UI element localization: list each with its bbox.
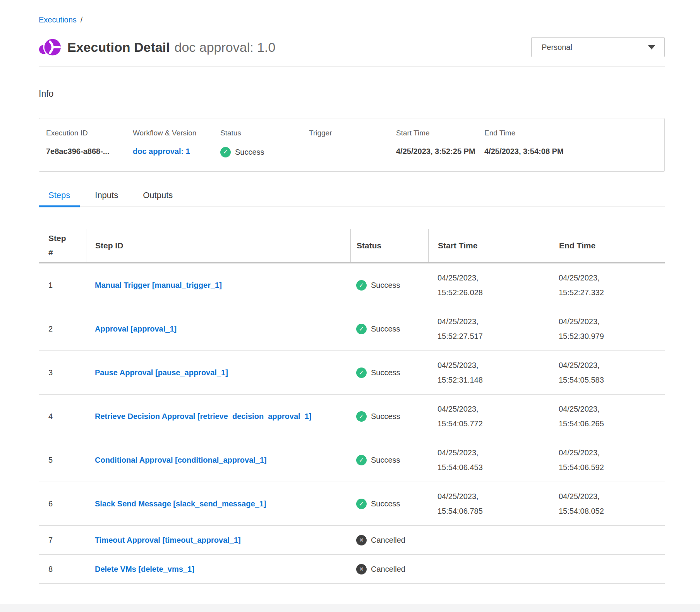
info-field-execution-id: Execution ID 7e8ac396-a868-... [46, 129, 133, 160]
status-label: Cancelled [371, 565, 405, 574]
status-badge: Success [356, 280, 400, 291]
page-bottom-strip [0, 604, 700, 612]
status-badge: Success [356, 455, 400, 465]
column-header-step-number: Step # [39, 229, 86, 262]
status-label: Success [235, 144, 264, 160]
end-time-cell [548, 537, 665, 544]
title-group: Execution Detaildoc approval: 1.0 [39, 36, 275, 58]
step-number: 1 [39, 281, 86, 290]
steps-table: Step # Step ID Status Start Time End Tim… [39, 229, 665, 584]
step-id-link[interactable]: Delete VMs [delete_vms_1] [95, 562, 194, 576]
end-time-text: 04/25/2023, 15:54:06.265 [559, 402, 628, 431]
info-label: Execution ID [46, 129, 133, 137]
end-time-cell: 04/25/2023, 15:54:06.592 [548, 445, 665, 475]
start-time-cell: 04/25/2023, 15:52:31.148 [428, 358, 548, 387]
step-id-cell: Delete VMs [delete_vms_1] [86, 562, 350, 576]
end-time-text: 04/25/2023, 15:52:27.332 [559, 270, 628, 300]
check-circle-icon [356, 324, 367, 334]
title-row: Execution Detaildoc approval: 1.0 Person… [39, 36, 665, 58]
status-cell: Success [350, 499, 428, 509]
info-card: Execution ID 7e8ac396-a868-... Workflow … [39, 118, 665, 172]
status-label: Success [371, 368, 400, 377]
step-id-link[interactable]: Pause Approval [pause_approval_1] [95, 365, 228, 380]
end-time-text: 04/25/2023, 15:54:06.592 [559, 445, 628, 475]
start-time-text: 04/25/2023, 15:54:05.772 [438, 402, 507, 431]
check-circle-icon [356, 368, 367, 378]
start-time-cell [428, 566, 548, 573]
step-id-cell: Conditional Approval [conditional_approv… [86, 453, 350, 467]
info-section-title: Info [39, 89, 665, 99]
start-time-value: 4/25/2023, 3:52:25 PM [396, 144, 475, 159]
execution-detail-page: Executions / Execution Detaildoc approva… [0, 0, 700, 584]
step-id-link[interactable]: Conditional Approval [conditional_approv… [95, 453, 267, 467]
table-row: 6 Slack Send Message [slack_send_message… [39, 482, 665, 526]
start-time-cell: 04/25/2023, 15:52:26.028 [428, 270, 548, 300]
step-number: 6 [39, 499, 86, 508]
x-circle-icon [356, 564, 367, 574]
tab-inputs[interactable]: Inputs [85, 190, 128, 207]
table-header-row: Step # Step ID Status Start Time End Tim… [39, 229, 665, 263]
status-cell: Success [350, 411, 428, 422]
tab-outputs[interactable]: Outputs [133, 190, 182, 207]
end-time-text: 04/25/2023, 15:54:05.583 [559, 358, 628, 387]
info-field-workflow-version: Workflow & Version doc approval: 1 [133, 129, 220, 160]
step-number: 5 [39, 456, 86, 465]
table-row: 2 Approval [approval_1] Success 04/25/20… [39, 307, 665, 351]
step-id-link[interactable]: Manual Trigger [manual_trigger_1] [95, 278, 222, 292]
tab-steps[interactable]: Steps [39, 190, 80, 207]
status-badge: Success [356, 499, 400, 509]
status-badge: Success [220, 144, 264, 160]
workflow-brand-icon [39, 36, 61, 58]
check-circle-icon [356, 411, 367, 422]
info-label: Trigger [309, 129, 396, 137]
check-circle-icon [356, 280, 367, 291]
start-time-text: 04/25/2023, 15:52:31.148 [438, 358, 507, 387]
breadcrumb: Executions / [39, 15, 665, 24]
step-id-link[interactable]: Retrieve Decision Approval [retrieve_dec… [95, 409, 311, 424]
step-id-link[interactable]: Slack Send Message [slack_send_message_1… [95, 496, 266, 511]
step-number: 3 [39, 368, 86, 377]
breadcrumb-executions-link[interactable]: Executions [39, 15, 77, 24]
workflow-version-link[interactable]: doc approval: 1 [133, 147, 190, 156]
status-cell: Success [350, 280, 428, 291]
start-time-cell: 04/25/2023, 15:52:27.517 [428, 314, 548, 344]
status-badge: Success [356, 368, 400, 378]
status-cell: Success [350, 455, 428, 465]
status-cell: Cancelled [350, 564, 428, 574]
status-badge: Cancelled [356, 535, 405, 545]
status-badge: Success [356, 411, 400, 422]
step-id-cell: Retrieve Decision Approval [retrieve_dec… [86, 409, 350, 424]
status-badge: Success [356, 324, 400, 334]
scope-selector-value: Personal [542, 43, 572, 52]
status-label: Success [371, 325, 400, 333]
x-circle-icon [356, 535, 367, 545]
scope-selector-dropdown[interactable]: Personal [531, 37, 665, 57]
column-header-step-id: Step ID [86, 229, 350, 262]
start-time-text: 04/25/2023, 15:54:06.785 [438, 489, 507, 518]
end-time-cell: 04/25/2023, 15:54:06.265 [548, 402, 665, 431]
check-circle-icon [356, 455, 367, 465]
page-title-block: Execution Detaildoc approval: 1.0 [67, 40, 275, 55]
status-cell: Success [350, 324, 428, 334]
breadcrumb-separator: / [81, 15, 83, 24]
end-time-cell: 04/25/2023, 15:54:05.583 [548, 358, 665, 387]
page-title: Execution Detail [67, 40, 170, 55]
table-row: 4 Retrieve Decision Approval [retrieve_d… [39, 395, 665, 438]
step-number: 4 [39, 412, 86, 421]
start-time-cell: 04/25/2023, 15:54:06.453 [428, 445, 548, 475]
execution-id-value: 7e8ac396-a868-... [46, 144, 125, 159]
step-id-link[interactable]: Timeout Approval [timeout_approval_1] [95, 533, 241, 547]
divider [39, 105, 665, 105]
check-circle-icon [356, 499, 367, 509]
start-time-cell [428, 537, 548, 544]
end-time-text: 04/25/2023, 15:52:30.979 [559, 314, 628, 344]
check-circle-icon [220, 147, 231, 157]
step-id-link[interactable]: Approval [approval_1] [95, 321, 177, 336]
end-time-cell [548, 566, 665, 573]
table-row: 7 Timeout Approval [timeout_approval_1] … [39, 526, 665, 555]
column-header-start-time: Start Time [428, 229, 548, 262]
info-field-end-time: End Time 4/25/2023, 3:54:08 PM [484, 129, 657, 160]
step-id-cell: Timeout Approval [timeout_approval_1] [86, 533, 350, 547]
tab-bar: Steps Inputs Outputs [39, 190, 665, 207]
info-label: Start Time [396, 129, 484, 137]
